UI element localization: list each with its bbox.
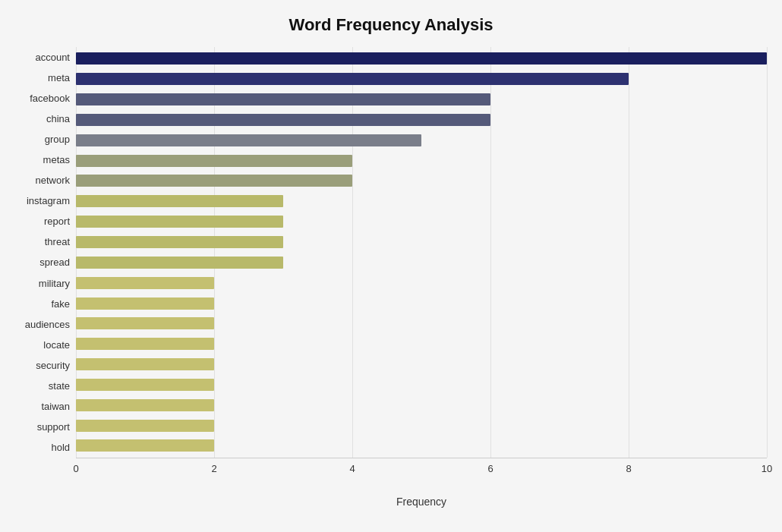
bar-row: [76, 252, 767, 272]
bar-row: [76, 69, 767, 90]
bar: [76, 134, 421, 146]
x-tick-label: 10: [762, 463, 772, 474]
y-axis-label: account: [35, 52, 70, 62]
bars-and-xaxis: Frequency 0246810: [76, 47, 767, 480]
bar-row: [76, 354, 767, 375]
y-axis-label: locate: [43, 340, 70, 350]
y-axis-label: report: [44, 216, 70, 226]
x-axis: Frequency 0246810: [76, 458, 767, 480]
bar: [76, 195, 283, 207]
bar: [76, 155, 352, 167]
bars-wrapper: [76, 47, 767, 458]
bars-inner: [76, 47, 767, 458]
x-tick-label: 8: [626, 463, 631, 474]
y-axis-label: facebook: [30, 93, 70, 103]
y-axis-label: meta: [48, 73, 70, 83]
bar: [76, 277, 214, 289]
bar: [76, 338, 214, 350]
y-axis-label: hold: [51, 442, 70, 452]
bar-row: [76, 293, 767, 313]
bar: [76, 439, 214, 452]
y-axis-label: group: [45, 134, 70, 144]
x-axis-label: Frequency: [396, 496, 446, 508]
bar: [76, 175, 352, 187]
x-tick-label: 4: [349, 463, 355, 474]
bar-row: [76, 436, 767, 456]
bar: [76, 236, 283, 248]
bar: [76, 73, 629, 85]
x-tick-label: 6: [487, 463, 493, 474]
bar-row: [76, 232, 767, 253]
y-axis: accountmetafacebookchinagroupmetasnetwor…: [15, 47, 76, 480]
bar-row: [76, 272, 767, 293]
bar: [76, 420, 214, 432]
bar: [76, 399, 214, 411]
x-tick-label: 2: [211, 463, 216, 474]
y-axis-label: fake: [51, 299, 70, 309]
y-axis-label: spread: [39, 257, 70, 267]
bar-row: [76, 110, 767, 131]
bar: [76, 358, 214, 370]
y-axis-label: taiwan: [41, 401, 70, 411]
bar-row: [76, 150, 767, 171]
chart-title: Word Frequency Analysis: [15, 15, 767, 35]
bar: [76, 52, 767, 65]
bar-row: [76, 313, 767, 334]
y-axis-label: network: [35, 175, 70, 185]
y-axis-label: state: [49, 381, 70, 391]
bar-row: [76, 191, 767, 212]
y-axis-label: audiences: [25, 320, 70, 329]
bar: [76, 257, 283, 269]
bar-row: [76, 90, 767, 110]
bar: [76, 317, 214, 329]
bar-row: [76, 415, 767, 436]
bar-row: [76, 171, 767, 191]
y-axis-label: metas: [43, 155, 70, 165]
chart-area: accountmetafacebookchinagroupmetasnetwor…: [15, 47, 767, 480]
bar-row: [76, 212, 767, 232]
bar: [76, 379, 214, 391]
bar-row: [76, 375, 767, 395]
y-axis-label: threat: [45, 237, 70, 247]
y-axis-label: instagram: [27, 196, 70, 206]
bar-row: [76, 49, 767, 69]
y-axis-label: security: [36, 360, 70, 370]
x-tick-label: 0: [73, 463, 78, 474]
bar: [76, 297, 214, 310]
bar-row: [76, 130, 767, 150]
bar: [76, 216, 283, 228]
y-axis-label: military: [39, 279, 70, 288]
y-axis-label: china: [46, 114, 70, 124]
bar-row: [76, 395, 767, 415]
y-axis-label: support: [37, 422, 70, 432]
bar: [76, 93, 490, 105]
bar-row: [76, 334, 767, 354]
chart-container: Word Frequency Analysis accountmetafaceb…: [0, 0, 782, 532]
bar: [76, 114, 490, 126]
grid-line: [767, 47, 768, 458]
